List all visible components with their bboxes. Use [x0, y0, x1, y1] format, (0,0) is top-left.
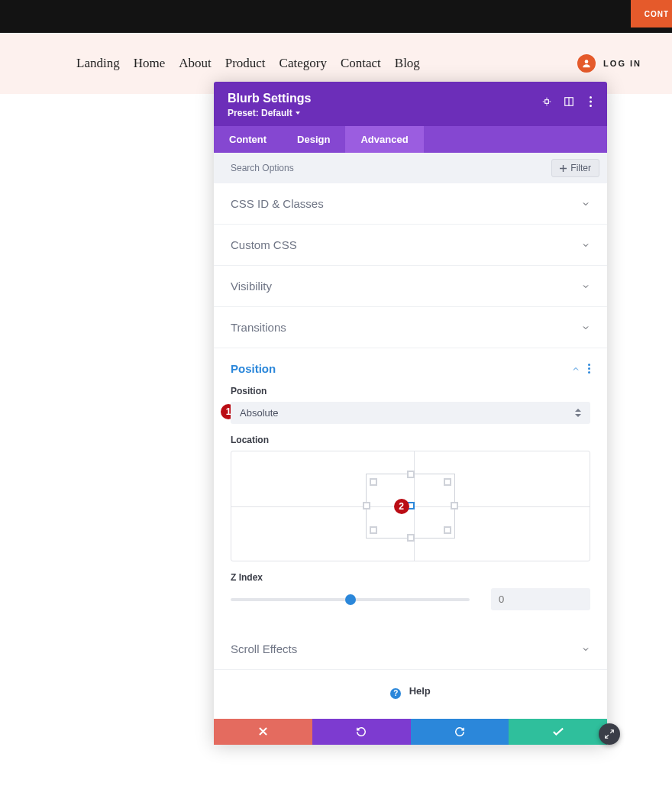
label-location: Location	[231, 435, 590, 445]
accordion-title: Transitions	[231, 321, 286, 334]
svg-line-15	[606, 735, 609, 738]
undo-button[interactable]	[312, 719, 411, 745]
tabs: Content Design Advanced	[214, 126, 607, 153]
more-icon[interactable]	[588, 364, 590, 374]
panel-header: Blurb Settings Preset: Default	[214, 82, 607, 126]
nav-item-product[interactable]: Product	[225, 56, 266, 71]
svg-line-14	[610, 730, 613, 733]
redo-icon	[454, 726, 465, 737]
nav-item-contact[interactable]: Contact	[341, 56, 381, 71]
tab-design[interactable]: Design	[282, 126, 345, 153]
tab-advanced[interactable]: Advanced	[345, 126, 423, 153]
check-icon	[553, 727, 564, 736]
chevron-down-icon	[581, 282, 590, 291]
login-label: LOG IN	[603, 59, 641, 68]
svg-point-9	[588, 364, 590, 366]
label-position: Position	[231, 386, 590, 396]
close-icon	[259, 727, 267, 736]
help-row[interactable]: ? Help	[214, 670, 607, 719]
login[interactable]: LOG IN	[577, 54, 641, 73]
chevron-up-icon[interactable]	[571, 364, 580, 374]
preset-selector[interactable]: Preset: Default	[228, 108, 593, 118]
help-icon: ?	[390, 688, 401, 699]
nav-item-category[interactable]: Category	[279, 56, 327, 71]
accordion-scroll-effects[interactable]: Scroll Effects	[214, 629, 607, 670]
accordion-transitions[interactable]: Transitions	[214, 307, 607, 348]
accordion-visibility[interactable]: Visibility	[214, 266, 607, 307]
cancel-button[interactable]	[214, 719, 312, 745]
accordion-custom-css[interactable]: Custom CSS	[214, 225, 607, 266]
nav-item-blog[interactable]: Blog	[395, 56, 420, 71]
footer-actions	[214, 719, 607, 745]
expand-icon[interactable]	[563, 95, 574, 107]
filter-button[interactable]: Filter	[551, 159, 599, 177]
fab-expand[interactable]	[599, 723, 620, 745]
search-row: Search Options Filter	[214, 153, 607, 183]
anchor-tc[interactable]	[407, 471, 415, 478]
location-picker[interactable]: 2	[231, 451, 590, 561]
svg-point-4	[590, 96, 592, 99]
nav-links: Landing Home About Product Category Cont…	[76, 56, 420, 71]
header-actions	[541, 95, 596, 107]
top-bar: CONT	[0, 0, 672, 33]
redo-button[interactable]	[411, 719, 509, 745]
section-position: Position Position 1 Absolute Location	[214, 348, 607, 629]
anchor-bl[interactable]	[370, 526, 377, 534]
accordion-title: Custom CSS	[231, 238, 297, 251]
anchor-br[interactable]	[444, 526, 451, 534]
svg-point-6	[590, 105, 592, 107]
drag-icon[interactable]	[541, 95, 552, 107]
accordion-css-id[interactable]: CSS ID & Classes	[214, 183, 607, 225]
slider-thumb[interactable]	[345, 594, 356, 605]
label-z-index: Z Index	[231, 572, 590, 583]
anchor-tr[interactable]	[444, 478, 451, 486]
chevron-down-icon	[581, 323, 590, 332]
z-index-slider[interactable]	[231, 598, 470, 601]
chevron-down-icon	[581, 645, 590, 654]
svg-rect-1	[544, 99, 548, 103]
user-icon	[577, 54, 596, 73]
position-select[interactable]: Absolute	[231, 402, 590, 424]
svg-point-0	[585, 60, 589, 63]
help-label: Help	[409, 685, 431, 697]
chevron-down-icon	[581, 199, 590, 209]
more-icon[interactable]	[585, 95, 596, 107]
svg-point-11	[588, 371, 590, 374]
settings-panel: Blurb Settings Preset: Default Content D…	[214, 82, 607, 745]
nav-item-home[interactable]: Home	[134, 56, 166, 71]
filter-label: Filter	[570, 163, 591, 173]
chevron-down-icon	[581, 241, 590, 250]
panel-title: Blurb Settings	[228, 92, 593, 105]
position-section-title[interactable]: Position	[231, 362, 276, 375]
svg-point-10	[588, 367, 590, 370]
undo-icon	[356, 726, 367, 737]
nav-item-about[interactable]: About	[179, 56, 212, 71]
expand-arrows-icon	[604, 729, 615, 739]
tab-content[interactable]: Content	[214, 126, 282, 153]
contact-button[interactable]: CONT	[631, 0, 672, 27]
annotation-badge-2: 2	[394, 499, 409, 514]
z-index-input[interactable]	[491, 588, 590, 610]
svg-point-5	[590, 100, 592, 102]
accordion-title: Visibility	[231, 280, 272, 293]
anchor-tl[interactable]	[370, 478, 377, 486]
nav-item-landing[interactable]: Landing	[76, 56, 120, 71]
plus-icon	[560, 165, 567, 172]
save-button[interactable]	[509, 719, 607, 745]
anchor-mr[interactable]	[451, 502, 458, 509]
accordion-title: Scroll Effects	[231, 642, 297, 655]
anchor-ml[interactable]	[363, 502, 370, 509]
anchor-bc[interactable]	[407, 534, 415, 542]
accordion-title: CSS ID & Classes	[231, 197, 324, 210]
search-input[interactable]: Search Options	[231, 163, 294, 173]
